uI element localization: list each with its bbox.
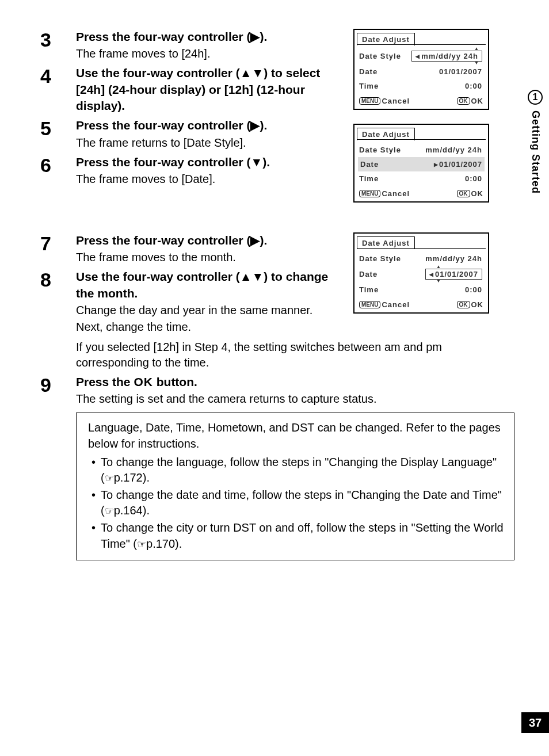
step-3: 3 Press the four-way controller (▶). The… xyxy=(40,29,345,62)
lcd-row-date-selected: Date 01/01/2007 xyxy=(358,157,485,171)
lcd-ok-label: OK xyxy=(471,97,484,105)
lcd-label: Date xyxy=(360,160,379,169)
menu-button-icon: MENU xyxy=(359,301,380,308)
lcd-screen-1: Date Adjust Date Style mm/dd/yy 24h ▲ ▼ xyxy=(353,29,489,110)
step-number: 8 xyxy=(40,269,76,289)
step-description: The setting is set and the camera return… xyxy=(76,391,510,407)
arrow-up-down-icon: ▲ xyxy=(474,47,479,51)
step-title-text: Use the four-way controller ( xyxy=(76,66,240,79)
lcd-ok-label: OK xyxy=(471,300,484,309)
step-description: The frame returns to [Date Style]. xyxy=(76,135,341,151)
lcd-ok-label: OK xyxy=(471,189,484,198)
lcd-title-tab: Date Adjust xyxy=(357,33,415,45)
lcd-row-time: Time 0:00 xyxy=(354,171,488,186)
page-number: 37 xyxy=(521,712,549,733)
arrow-left-icon xyxy=(429,270,435,278)
pointer-icon: ☞ xyxy=(105,505,114,517)
lcd-row-date-style: Date Style mm/dd/yy 24h xyxy=(354,143,488,157)
arrow-down-icon: ▼ xyxy=(250,155,262,169)
ok-label: OK xyxy=(134,375,153,388)
lcd-label: Date Style xyxy=(359,254,401,263)
step-number: 4 xyxy=(40,65,76,86)
step-description: Next, change the time. xyxy=(76,319,341,335)
lcd-label: Date Style xyxy=(359,146,401,154)
step-5: 5 Press the four-way controller (▶). The… xyxy=(40,117,345,150)
step-description: The frame moves to [Date]. xyxy=(76,171,341,187)
lcd-cancel-label: Cancel xyxy=(382,97,410,105)
lcd-value-24h: 24h xyxy=(464,52,478,60)
lcd-label: Date Style xyxy=(359,52,401,60)
note-box: Language, Date, Time, Hometown, and DST … xyxy=(76,413,514,560)
step-number: 7 xyxy=(40,232,76,253)
lcd-value-date: 01/01/2007 xyxy=(435,270,478,278)
step-title-text: Press the four-way controller ( xyxy=(76,119,250,132)
lcd-label: Date xyxy=(359,270,378,278)
pointer-icon: ☞ xyxy=(137,539,146,550)
ok-button-icon: OK xyxy=(457,97,470,105)
lcd-value-time: 0:00 xyxy=(465,82,482,90)
lcd-screen-3: Date Adjust Date Style mm/dd/yy 24h Date… xyxy=(353,232,489,314)
lcd-cancel-label: Cancel xyxy=(382,189,410,198)
lcd-label: Time xyxy=(359,82,379,90)
step-9: 9 Press the OK button. The setting is se… xyxy=(40,374,514,407)
lcd-bottom-bar: MENUCancel OKOK xyxy=(354,93,488,109)
arrow-right-icon: ▶ xyxy=(250,119,260,132)
note-intro: Language, Date, Time, Hometown, and DST … xyxy=(88,420,505,452)
arrow-right-icon: ▶ xyxy=(250,30,260,43)
menu-button-icon: MENU xyxy=(359,97,380,105)
note-bullet-2: To change the date and time, follow the … xyxy=(88,487,505,519)
lcd-row-date-style: Date Style mm/dd/yy 24h ▲ ▼ xyxy=(354,48,488,64)
step-4: 4 Use the four-way controller (▲▼) to se… xyxy=(40,65,345,114)
lcd-value-time: 0:00 xyxy=(465,285,482,294)
step-description: If you selected [12h] in Step 4, the set… xyxy=(76,339,510,371)
step-8-cont: If you selected [12h] in Step 4, the set… xyxy=(40,338,514,371)
lcd-row-date: Date 01/01/2007 xyxy=(354,64,488,79)
arrow-left-icon xyxy=(415,52,421,60)
lcd-title-tab: Date Adjust xyxy=(357,128,415,140)
step-description: Change the day and year in the same mann… xyxy=(76,303,341,318)
note-bullet-3: To change the city or turn DST on and of… xyxy=(88,520,505,552)
lcd-row-date: Date 01/01/2007 ▲ ▼ xyxy=(354,266,488,282)
lcd-label: Time xyxy=(359,174,379,183)
lcd-cancel-label: Cancel xyxy=(382,300,410,309)
lcd-title-tab: Date Adjust xyxy=(357,236,415,249)
step-8: 8 Use the four-way controller (▲▼) to ch… xyxy=(40,269,345,335)
chapter-side-tab: 1 Getting Started xyxy=(521,86,549,247)
lcd-value-date: 01/01/2007 xyxy=(439,160,482,169)
step-title-text: Use the four-way controller ( xyxy=(76,270,240,283)
step-title-text: Press the xyxy=(76,375,134,388)
lcd-value-date: 01/01/2007 xyxy=(439,67,482,76)
arrow-right-icon xyxy=(434,160,439,169)
lcd-bottom-bar: MENUCancel OKOK xyxy=(354,297,488,312)
chapter-title-vertical: Getting Started xyxy=(529,110,542,194)
lcd-row-time: Time 0:00 xyxy=(354,79,488,93)
arrow-right-icon: ▶ xyxy=(250,234,260,247)
step-number: 5 xyxy=(40,117,76,138)
arrow-up-down-icon: ▲▼ xyxy=(240,270,264,283)
step-title-text: Press the four-way controller ( xyxy=(76,155,250,169)
arrow-up-down-icon: ▲▼ xyxy=(240,66,264,79)
step-title-text: Press the four-way controller ( xyxy=(76,30,250,43)
lcd-label: Date xyxy=(359,67,378,76)
ok-button-icon: OK xyxy=(457,190,470,197)
step-title-text: Press the four-way controller ( xyxy=(76,234,250,247)
step-number: 3 xyxy=(40,29,76,49)
step-description: The frame moves to [24h]. xyxy=(76,46,341,62)
menu-button-icon: MENU xyxy=(359,190,380,197)
step-7: 7 Press the four-way controller (▶). The… xyxy=(40,232,345,265)
lcd-row-date-style: Date Style mm/dd/yy 24h xyxy=(354,251,488,266)
chapter-number-badge: 1 xyxy=(528,90,543,105)
lcd-label: Time xyxy=(359,285,379,294)
lcd-screen-2: Date Adjust Date Style mm/dd/yy 24h Date… xyxy=(353,124,489,203)
step-6: 6 Press the four-way controller (▼). The… xyxy=(40,154,345,187)
ok-button-icon: OK xyxy=(457,301,470,308)
lcd-bottom-bar: MENUCancel OKOK xyxy=(354,186,488,201)
pointer-icon: ☞ xyxy=(105,472,114,484)
step-description: The frame moves to the month. xyxy=(76,250,341,265)
lcd-value-time: 0:00 xyxy=(465,174,482,183)
arrow-up-down-icon: ▲ xyxy=(436,265,441,269)
note-bullet-1: To change the language, follow the steps… xyxy=(88,455,505,486)
step-number: 6 xyxy=(40,154,76,175)
step-number: 9 xyxy=(40,374,76,395)
lcd-row-time: Time 0:00 xyxy=(354,282,488,297)
